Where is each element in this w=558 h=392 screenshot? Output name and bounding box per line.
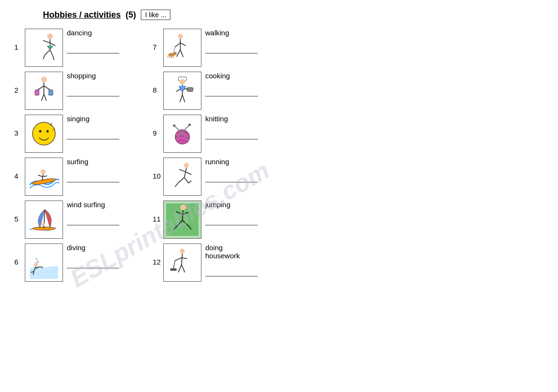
svg-point-36	[36, 258, 37, 260]
svg-line-69	[179, 178, 185, 183]
svg-text:♫: ♫	[52, 127, 55, 131]
svg-rect-55	[187, 87, 193, 92]
svg-line-84	[175, 258, 182, 261]
housework-icon	[166, 246, 199, 279]
item-label-9: knitting	[205, 115, 263, 123]
singing-icon: ♪ ♫	[28, 117, 60, 150]
item-image-2	[25, 72, 63, 110]
list-item: 10	[153, 158, 291, 196]
svg-line-86	[173, 261, 175, 269]
list-item: 6	[14, 244, 153, 282]
svg-line-47	[169, 55, 170, 58]
item-image-12	[163, 244, 201, 282]
item-image-4	[25, 158, 63, 196]
svg-text:♪: ♪	[50, 120, 53, 127]
svg-rect-12	[35, 90, 39, 95]
item-number-9: 9	[153, 115, 163, 137]
svg-point-62	[173, 124, 175, 127]
svg-line-72	[189, 181, 191, 183]
item-label-area-7: walking	[205, 29, 263, 55]
item-label-3: singing	[67, 115, 124, 123]
item-image-6	[25, 244, 63, 282]
item-image-7	[163, 29, 201, 67]
item-number-5: 5	[14, 201, 25, 223]
svg-point-74	[180, 205, 186, 211]
item-number-10: 10	[153, 158, 163, 180]
svg-line-89	[181, 265, 185, 272]
page-subtitle: (5)	[126, 10, 136, 20]
item-label-5: wind surfing	[67, 201, 124, 209]
item-line-9	[205, 139, 258, 139]
item-label-area-3: singing	[67, 115, 124, 141]
svg-line-2	[43, 41, 50, 43]
item-number-1: 1	[14, 29, 25, 51]
svg-point-37	[178, 34, 183, 39]
item-label-area-1: dancing	[67, 29, 124, 55]
svg-line-88	[179, 265, 182, 272]
item-label-area-5: wind surfing	[67, 201, 124, 227]
svg-point-64	[189, 124, 191, 126]
item-label-area-6: diving	[67, 244, 124, 270]
svg-point-22	[41, 170, 45, 174]
item-line-7	[205, 53, 258, 53]
item-line-12	[205, 276, 258, 276]
svg-line-4	[45, 50, 50, 55]
item-number-7: 7	[153, 29, 163, 51]
page: Hobbies / activities (5) I like ... 1	[0, 0, 558, 296]
item-image-9	[163, 115, 201, 153]
svg-line-14	[42, 94, 44, 101]
svg-point-35	[37, 261, 39, 263]
wind-surfing-icon	[28, 203, 60, 236]
list-item: 3 ♪ ♫ singing	[14, 115, 153, 153]
svg-line-11	[44, 86, 50, 90]
item-label-12: doinghousework	[205, 244, 263, 260]
surfing-icon	[28, 160, 60, 193]
item-image-1	[25, 29, 63, 67]
svg-line-41	[177, 50, 180, 56]
jumping-icon	[166, 203, 199, 236]
item-label-6: diving	[67, 244, 124, 252]
item-number-4: 4	[14, 158, 25, 180]
svg-line-6	[43, 55, 44, 59]
diving-icon	[28, 246, 60, 279]
item-line-10	[205, 182, 258, 182]
svg-point-51	[179, 79, 185, 85]
svg-line-40	[180, 43, 186, 46]
header: Hobbies / activities (5) I like ...	[43, 10, 544, 20]
svg-line-67	[179, 170, 186, 172]
list-item: 4 surfing	[14, 158, 153, 196]
svg-point-82	[180, 249, 185, 254]
svg-line-7	[53, 56, 54, 60]
list-item: 2	[14, 72, 153, 110]
svg-line-46	[168, 54, 168, 57]
item-line-11	[205, 225, 258, 225]
page-title: Hobbies / activities	[43, 10, 121, 20]
item-line-6	[67, 268, 119, 268]
svg-line-15	[44, 94, 46, 101]
svg-line-68	[186, 172, 191, 175]
svg-rect-13	[49, 90, 53, 95]
svg-point-29	[34, 263, 38, 267]
item-line-2	[67, 96, 119, 96]
item-label-10: running	[205, 158, 263, 166]
svg-line-24	[38, 175, 42, 177]
item-line-3	[67, 139, 119, 139]
item-number-8: 8	[153, 72, 163, 94]
badge: I like ...	[141, 10, 170, 20]
walking-icon	[166, 32, 199, 64]
list-item: 8	[153, 72, 291, 110]
list-item: 11	[153, 201, 291, 239]
svg-point-0	[47, 33, 53, 39]
item-number-2: 2	[14, 72, 25, 94]
item-label-8: cooking	[205, 72, 263, 80]
item-label-area-11: jumping	[205, 201, 263, 227]
item-image-11	[163, 201, 201, 239]
item-number-11: 11	[153, 201, 163, 223]
item-number-6: 6	[14, 244, 25, 266]
svg-line-10	[38, 86, 44, 90]
svg-line-32	[33, 272, 34, 275]
item-label-7: walking	[205, 29, 263, 37]
item-number-3: 3	[14, 115, 25, 137]
svg-line-71	[184, 178, 189, 183]
item-label-2: shopping	[67, 72, 124, 80]
